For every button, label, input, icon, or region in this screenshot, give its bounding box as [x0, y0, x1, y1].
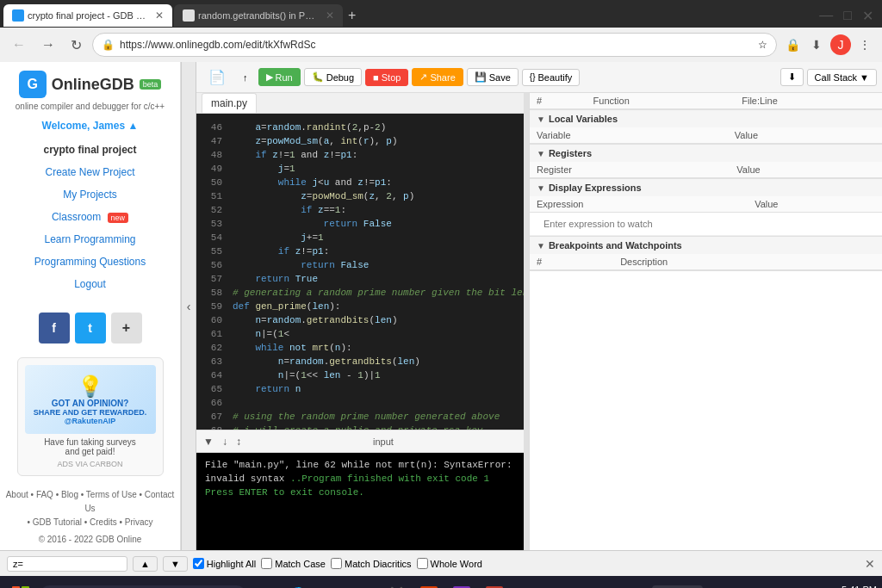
taskbar-right: 💰 Earn ^ ⌨ 🔊 🌐 🔋 ✏ 💬 5:41 PM 12/20/2022 — [652, 585, 877, 588]
taskbar-time[interactable]: 5:41 PM 12/20/2022 — [829, 585, 877, 588]
stop-icon: ■ — [373, 72, 379, 83]
run-icon: ▶ — [266, 71, 273, 83]
extensions-button[interactable]: 🔒 — [782, 34, 803, 55]
facebook-button[interactable]: f — [39, 313, 70, 344]
browser-menu[interactable]: ⋮ — [854, 34, 875, 55]
ad-image: 💡 GOT AN OPINION? SHARE AND GET REWARDED… — [25, 365, 156, 434]
browser-maximize[interactable]: □ — [838, 6, 857, 25]
taskbar-app-explorer[interactable]: 📁 — [315, 579, 346, 588]
whole-word-checkbox[interactable] — [417, 558, 428, 569]
tab-2-favicon — [183, 9, 195, 22]
time-display: 5:41 PM — [829, 585, 877, 588]
taskbar-app-office[interactable]: O — [413, 579, 444, 588]
sidebar-ad: 💡 GOT AN OPINION? SHARE AND GET REWARDED… — [17, 357, 164, 476]
console-line-1: File "main.py", line 62 — [205, 460, 336, 470]
stop-button[interactable]: ■ Stop — [365, 69, 408, 86]
toolbar-up-btn[interactable]: ↑ — [236, 70, 255, 85]
code-debug-split: main.py 4647484950 5152535455 5657585960… — [196, 93, 882, 550]
find-input[interactable] — [7, 556, 127, 572]
browser-minimize[interactable]: — — [814, 6, 838, 25]
local-variables-header[interactable]: ▼ Local Variables — [530, 110, 882, 127]
taskbar-earn[interactable]: 💰 Earn — [652, 585, 703, 589]
de-col-expression: Expression — [530, 196, 748, 213]
code-content[interactable]: a=random.randint(2,p-2) z=powMod_sm(a, i… — [227, 114, 524, 430]
main-py-tab[interactable]: main.py — [202, 93, 257, 113]
highlight-all-label[interactable]: Highlight All — [193, 558, 256, 569]
taskbar-app-edge[interactable] — [283, 579, 314, 588]
back-button[interactable]: ← — [7, 35, 31, 54]
reg-col-register: Register — [530, 162, 730, 178]
sidebar-item-create-project[interactable]: Create New Project — [0, 161, 180, 183]
forward-button[interactable]: → — [36, 35, 60, 54]
match-case-label[interactable]: Match Case — [261, 558, 326, 569]
find-close-button[interactable]: ✕ — [865, 557, 875, 571]
find-up-button[interactable]: ▲ — [133, 556, 158, 572]
twitter-button[interactable]: t — [75, 313, 106, 344]
star-icon: ☆ — [758, 39, 767, 51]
tab-1[interactable]: crypto final project - GDB onlin... ✕ — [3, 4, 172, 27]
breakpoints-header[interactable]: ▼ Breakpoints and Watchpoints — [530, 237, 882, 254]
tab-2-close[interactable]: ✕ — [326, 9, 334, 22]
sidebar-item-classroom[interactable]: Classroom new — [0, 206, 180, 228]
address-text: https://www.onlinegdb.com/edit/tkXfwRdSc — [120, 39, 753, 51]
display-expressions-header[interactable]: ▼ Display Expressions — [530, 179, 882, 196]
bp-col-num: # — [530, 254, 613, 270]
sidebar-collapse-btn[interactable]: ‹ — [181, 62, 196, 550]
share-button[interactable]: ↗ Share — [412, 68, 463, 86]
profile-button[interactable]: J — [830, 34, 851, 55]
find-down-button[interactable]: ▼ — [163, 556, 188, 572]
console-arrow-down[interactable]: ↓ — [220, 434, 229, 449]
whole-word-label[interactable]: Whole Word — [417, 558, 482, 569]
console-collapse-btn[interactable]: ▼ — [202, 434, 215, 449]
taskbar-app-mail[interactable]: ✉ — [348, 579, 379, 588]
match-case-checkbox[interactable] — [261, 558, 272, 569]
browser-close[interactable]: ✕ — [857, 6, 879, 26]
sidebar-item-current-project[interactable]: crypto final project — [0, 139, 180, 161]
sidebar-item-learn[interactable]: Learn Programming — [0, 228, 180, 251]
breakpoints-chevron: ▼ — [537, 241, 545, 251]
save-button[interactable]: 💾 Save — [467, 68, 519, 86]
callstack-col-fileline: File:Line — [735, 93, 882, 109]
console-arrow-icon[interactable]: ↕ — [234, 434, 243, 449]
code-editor[interactable]: 4647484950 5152535455 5657585960 6162636… — [196, 114, 524, 430]
sidebar-welcome: Welcome, James ▲ — [42, 120, 139, 132]
display-expressions-table: Expression Value — [530, 196, 882, 236]
download-button[interactable]: ⬇ — [780, 68, 804, 86]
refresh-button[interactable]: ↻ — [65, 35, 87, 55]
run-button[interactable]: ▶ Run — [258, 68, 301, 86]
beautify-button[interactable]: {} Beautify — [522, 69, 580, 86]
taskbar-app-db[interactable]: D — [479, 579, 510, 588]
new-tab-button[interactable]: + — [343, 8, 361, 23]
code-pane: main.py 4647484950 5152535455 5657585960… — [196, 93, 524, 550]
console-output[interactable]: File "main.py", line 62 while not mrt(n)… — [196, 453, 524, 550]
start-button[interactable] — [5, 579, 36, 588]
copyright: © 2016 - 2022 GDB Online — [39, 535, 142, 544]
downloads-button[interactable]: ⬇ — [806, 34, 827, 55]
tab-2[interactable]: random.getrandbits() in Python ✕ — [174, 4, 343, 27]
match-diacritics-label[interactable]: Match Diacritics — [331, 558, 412, 569]
call-stack-dropdown[interactable]: Call Stack ▼ — [807, 69, 877, 86]
highlight-all-checkbox[interactable] — [193, 558, 204, 569]
taskbar-app-firefox[interactable]: 🦊 — [381, 579, 412, 588]
taskbar-app-task-view[interactable]: ⊞ — [250, 579, 281, 588]
plus-button[interactable]: + — [111, 313, 142, 344]
tab-1-close[interactable]: ✕ — [155, 9, 164, 22]
display-expressions-section: ▼ Display Expressions Expression Value — [530, 179, 882, 237]
registers-header[interactable]: ▼ Registers — [530, 145, 882, 162]
sidebar-item-logout[interactable]: Logout — [0, 273, 180, 295]
tab-1-title: crypto final project - GDB onlin... — [28, 10, 148, 21]
expression-watch-input[interactable] — [537, 215, 875, 232]
callstack-table: # Function File:Line — [530, 93, 882, 109]
sidebar-nav: crypto final project Create New Project … — [0, 139, 180, 295]
sidebar-item-questions[interactable]: Programming Questions — [0, 251, 180, 273]
address-bar[interactable]: 🔒 https://www.onlinegdb.com/edit/tkXfwRd… — [92, 33, 777, 57]
match-diacritics-checkbox[interactable] — [331, 558, 342, 569]
taskbar-app-vs[interactable]: V — [446, 579, 477, 588]
sidebar-username: James — [93, 120, 125, 132]
debug-button[interactable]: 🐛 Debug — [304, 68, 362, 86]
sidebar-item-my-projects[interactable]: My Projects — [0, 183, 180, 206]
footer-links: About • FAQ • Blog • Terms of Use • Cont… — [0, 483, 180, 535]
registers-title: Registers — [549, 148, 592, 158]
taskbar-search[interactable]: 🔍 Type here to search — [40, 585, 246, 589]
toolbar-nav-icon[interactable]: 📄 — [202, 66, 233, 88]
